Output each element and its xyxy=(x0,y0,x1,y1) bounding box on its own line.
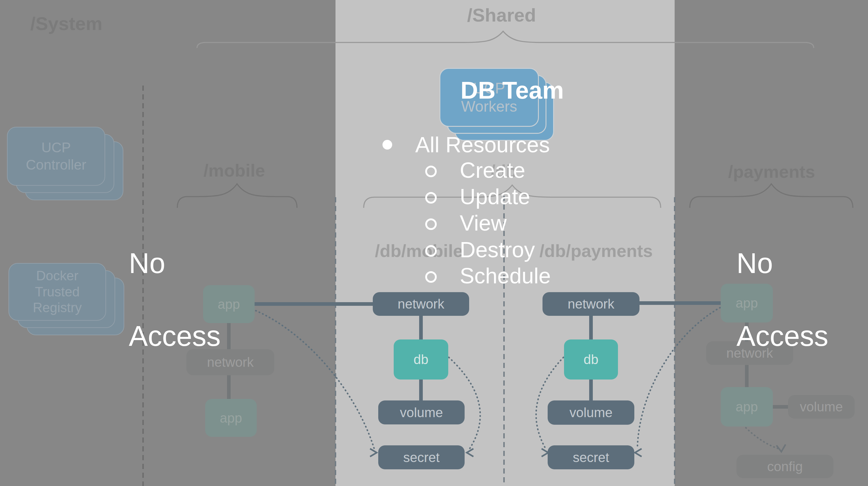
permission-item: Destroy xyxy=(460,237,535,263)
grant-title-label: All Resources xyxy=(415,132,550,158)
circle-bullet-icon xyxy=(425,219,437,230)
no-access-label-left: No Access xyxy=(129,209,221,391)
mobile-brace xyxy=(177,184,297,208)
db-mobile-volume-node: volume xyxy=(378,400,465,424)
zone-title-db-payments: /db/payments xyxy=(539,240,643,261)
ucp-controller-label-line1: UCP xyxy=(41,139,71,156)
db-payments-volume-node: volume xyxy=(548,400,634,425)
db-mobile-db-node: db xyxy=(394,340,448,379)
team-name-label: DB Team xyxy=(439,77,585,104)
payments-volume-node: volume xyxy=(788,395,855,419)
ucp-controller-stack: UCP Controller xyxy=(7,127,104,184)
docker-trusted-registry-card: Docker Trusted Registry xyxy=(8,263,106,321)
dtr-label-line3: Registry xyxy=(33,300,82,316)
permission-item: Schedule xyxy=(460,263,551,289)
circle-bullet-icon xyxy=(425,192,437,204)
filled-bullet-icon xyxy=(382,140,392,149)
mobile-app-bottom-node: app xyxy=(205,399,257,437)
permission-item: Update xyxy=(460,183,530,210)
no-access-left-line1: No xyxy=(129,245,221,282)
zone-title-db-mobile: /db/mobile xyxy=(373,240,464,261)
arrow-down-icon xyxy=(776,445,785,452)
dtr-label-line1: Docker xyxy=(36,268,78,284)
permission-item: Create xyxy=(460,157,525,183)
db-mobile-network-node: network xyxy=(373,292,469,316)
zone-title-payments: /payments xyxy=(726,162,817,182)
zone-title-mobile: /mobile xyxy=(189,160,280,180)
docker-trusted-registry-stack: Docker Trusted Registry xyxy=(8,263,105,319)
db-payments-secret-node: secret xyxy=(548,445,634,469)
paymentsapp-config-arc xyxy=(746,428,779,449)
payments-app-bottom-node: app xyxy=(721,387,773,427)
payments-config-node: config xyxy=(737,455,833,478)
zone-title-shared: /Shared xyxy=(453,4,550,26)
no-access-right-line1: No xyxy=(737,245,828,282)
zone-title-system: /System xyxy=(30,13,102,34)
ucp-controller-label-line2: Controller xyxy=(26,156,86,174)
db-payments-network-node: network xyxy=(542,292,640,316)
ucp-collections-access-diagram: /System /Shared /mobile /payments /db /d… xyxy=(0,0,868,486)
permission-item: View xyxy=(460,210,507,236)
no-access-left-line2: Access xyxy=(129,318,221,354)
circle-bullet-icon xyxy=(425,245,437,257)
circle-bullet-icon xyxy=(425,271,437,283)
dtr-label-line2: Trusted xyxy=(35,284,80,300)
no-access-label-right: No Access xyxy=(737,209,828,391)
ucp-controller-card: UCP Controller xyxy=(7,127,105,185)
db-mobile-secret-node: secret xyxy=(378,445,465,469)
no-access-right-line2: Access xyxy=(737,318,828,354)
db-payments-db-node: db xyxy=(564,340,618,379)
payments-brace xyxy=(690,184,853,208)
circle-bullet-icon xyxy=(425,166,437,177)
